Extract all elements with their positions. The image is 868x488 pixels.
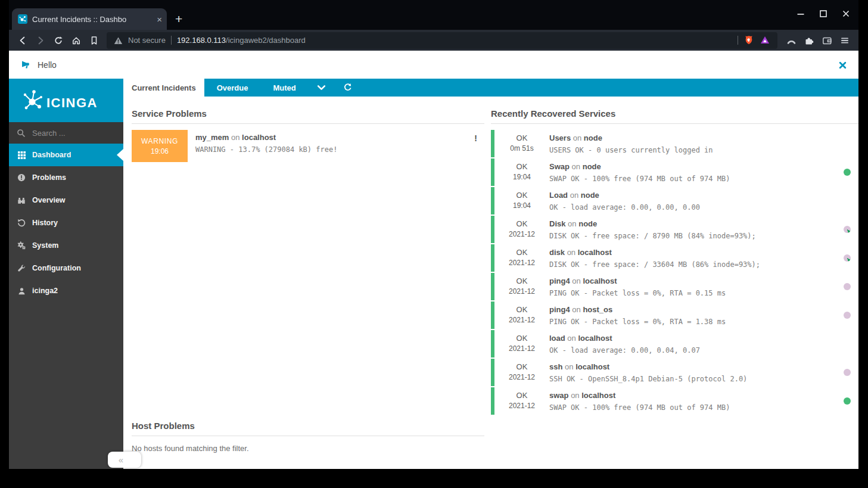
forward-button[interactable] <box>32 32 49 49</box>
sidebar-item-icinga2[interactable]: icinga2 <box>9 279 123 302</box>
recovered-service-row[interactable]: OK19:04Swap on nodeSWAP OK - 100% free (… <box>491 158 858 186</box>
perf-pie-icon <box>844 254 851 262</box>
sidebar-item-dashboard[interactable]: Dashboard <box>9 144 123 166</box>
browser-tab-title: Current Incidents :: Dashbo <box>32 15 152 24</box>
plugin-output: SWAP OK - 100% free (974 MB out of 974 M… <box>549 403 836 412</box>
minimize-button[interactable] <box>797 10 805 18</box>
wallet-icon[interactable] <box>818 32 836 49</box>
megaphone-icon <box>21 60 31 70</box>
announcement-label: Hello <box>38 60 57 70</box>
home-button[interactable] <box>67 32 85 49</box>
service-name: load <box>549 334 565 343</box>
sidebar-item-label: Configuration <box>32 264 81 272</box>
icinga-logo[interactable]: ICINGA <box>9 79 123 122</box>
new-tab-button[interactable]: + <box>175 13 182 25</box>
state-time: 2021-12 <box>494 316 549 324</box>
announcement-close-icon[interactable] <box>839 61 847 72</box>
state-label: OK <box>494 162 549 171</box>
extensions-puzzle-icon[interactable] <box>800 32 818 49</box>
recovered-services-title[interactable]: Recently Recovered Services <box>491 108 858 124</box>
search-input[interactable] <box>31 128 116 138</box>
url-path: /icingaweb2/dashboard <box>226 36 306 45</box>
service-name: ssh <box>549 362 562 371</box>
tab-current-incidents[interactable]: Current Incidents <box>123 79 204 97</box>
sidebar-item-system[interactable]: System <box>9 234 123 257</box>
service-name: Users <box>549 133 571 142</box>
recovered-service-row[interactable]: OK0m 51sUsers on nodeUSERS OK - 0 users … <box>491 130 858 157</box>
state-label: OK <box>494 219 549 228</box>
host-problems-title[interactable]: Host Problems <box>132 421 484 436</box>
recovered-service-row[interactable]: OK19:04Load on nodeOK - load average: 0.… <box>491 187 858 215</box>
sidebar: ICINGA DashboardProblemsOverviewHistoryS… <box>9 79 123 469</box>
host-name: node <box>583 162 601 171</box>
dashboard-grid-icon <box>17 151 26 159</box>
tab-close-icon[interactable]: × <box>157 15 162 24</box>
service-name: disk <box>549 248 565 257</box>
service-problem-row[interactable]: WARNING 19:06 my_mem on localhost WARNIN… <box>132 130 484 162</box>
url-host: 192.168.0.113 <box>177 36 226 45</box>
not-secure-warning-icon <box>114 36 123 45</box>
sidebar-item-history[interactable]: History <box>9 212 123 234</box>
dashboard-tabs: Current IncidentsOverdueMuted <box>123 79 309 97</box>
tab-overdue[interactable]: Overdue <box>204 79 261 97</box>
refresh-button[interactable] <box>335 79 361 97</box>
history-icon <box>17 219 26 227</box>
sidebar-item-overview[interactable]: Overview <box>9 189 123 212</box>
collapse-chevrons-icon: « <box>119 455 123 465</box>
recovered-service-row[interactable]: OK2021-12ping4 on host_osPING OK - Packe… <box>491 301 858 329</box>
browser-tab[interactable]: Current Incidents :: Dashbo × <box>12 8 167 30</box>
state-label: OK <box>494 391 549 400</box>
recovered-service-row[interactable]: OK2021-12swap on localhostSWAP OK - 100%… <box>491 387 858 415</box>
brave-shield-icon[interactable] <box>743 35 754 46</box>
service-name: Disk <box>549 219 565 228</box>
menu-hamburger-icon[interactable] <box>836 32 854 49</box>
sidebar-item-label: History <box>32 219 58 227</box>
sidebar-item-configuration[interactable]: Configuration <box>9 257 123 279</box>
state-label: OK <box>494 305 549 314</box>
state-time: 2021-12 <box>494 373 549 381</box>
plugin-output: PING OK - Packet loss = 0%, RTA = 0.15 m… <box>549 289 836 297</box>
bookmark-button[interactable] <box>85 32 103 49</box>
ok-dot-icon <box>844 169 851 176</box>
vpn-icon[interactable] <box>782 32 800 49</box>
browser-window: Current Incidents :: Dashbo × + Not secu… <box>9 0 858 469</box>
service-name: ping4 <box>549 276 570 285</box>
service-name: Load <box>549 191 568 200</box>
sidebar-collapse-button[interactable]: « <box>108 452 141 468</box>
recovered-service-row[interactable]: OK2021-12disk on localhostDISK OK - free… <box>491 244 858 272</box>
plugin-output: SWAP OK - 100% free (974 MB out of 974 M… <box>549 175 836 183</box>
recovered-service-row[interactable]: OK2021-12Disk on nodeDISK OK - free spac… <box>491 216 858 243</box>
recovered-list: OK0m 51sUsers on nodeUSERS OK - 0 users … <box>491 130 858 415</box>
plugin-output: DISK OK - free space: / 33604 MB (86% in… <box>549 260 836 269</box>
left-column: Service Problems WARNING 19:06 my_mem on… <box>132 105 484 469</box>
dashboard-content: Service Problems WARNING 19:06 my_mem on… <box>123 97 858 469</box>
host-problems-section: Host Problems No hosts found matching th… <box>132 417 484 453</box>
on-label: on <box>565 362 573 371</box>
host-name: localhost <box>581 391 615 400</box>
plugin-output: SSH OK - OpenSSH_8.4p1 Debian-5 (protoco… <box>549 375 836 383</box>
sidebar-item-problems[interactable]: Problems <box>9 166 123 189</box>
host-name: localhost <box>242 133 276 142</box>
state-time: 19:04 <box>494 201 549 210</box>
reload-button[interactable] <box>49 32 67 49</box>
close-button[interactable] <box>842 10 850 18</box>
tab-dropdown-button[interactable] <box>309 79 335 97</box>
sidebar-item-label: Overview <box>32 196 66 204</box>
on-label: on <box>567 334 575 343</box>
recovered-service-row[interactable]: OK2021-12ping4 on localhostPING OK - Pac… <box>491 273 858 300</box>
back-button[interactable] <box>14 32 32 49</box>
state-time: 0m 51s <box>494 144 549 153</box>
muted-dot-icon <box>844 369 851 376</box>
user-icon <box>17 287 26 295</box>
address-bar[interactable]: Not secure 192.168.0.113/icingaweb2/dash… <box>107 32 777 49</box>
state-label: WARNING <box>141 137 178 145</box>
perf-pie-icon <box>844 226 851 233</box>
recovered-service-row[interactable]: OK2021-12ssh on localhostSSH OK - OpenSS… <box>491 359 858 386</box>
tab-muted[interactable]: Muted <box>260 79 308 97</box>
brave-rewards-icon[interactable] <box>760 35 770 46</box>
recovered-service-row[interactable]: OK2021-12load on localhostOK - load aver… <box>491 330 858 358</box>
maximize-button[interactable] <box>819 10 827 18</box>
wrench-icon <box>17 265 26 272</box>
state-time: 2021-12 <box>494 230 549 238</box>
service-problems-title[interactable]: Service Problems <box>132 108 484 124</box>
